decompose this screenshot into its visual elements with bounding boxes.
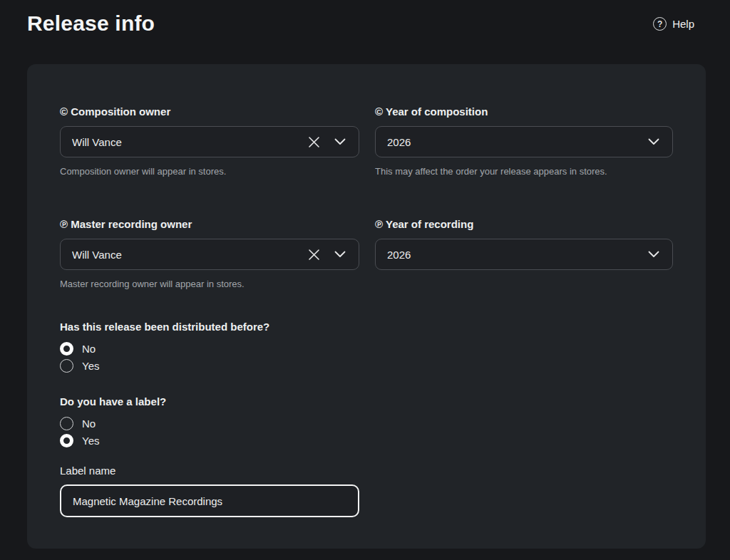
master-recording-owner-clear-button[interactable] (301, 239, 327, 269)
master-recording-owner-combobox[interactable] (60, 239, 359, 270)
have-label-radio-no[interactable]: No (60, 415, 673, 432)
x-icon[interactable] (308, 136, 320, 148)
field-year-of-composition: © Year of composition This may affect th… (375, 105, 673, 177)
year-of-recording-select[interactable] (375, 239, 673, 270)
form-row-recording: ℗ Master recording owner Master recordin… (60, 218, 673, 289)
question-distributed-before: Has this release been distributed before… (60, 321, 673, 374)
radio-label[interactable]: Yes (82, 435, 99, 447)
composition-owner-dropdown-button[interactable] (327, 127, 359, 157)
radio-label[interactable]: No (82, 343, 96, 355)
radio-icon[interactable] (60, 417, 73, 430)
distributed-before-radio-no[interactable]: No (60, 340, 673, 357)
master-recording-owner-input[interactable] (61, 239, 301, 269)
master-recording-owner-dropdown-button[interactable] (327, 239, 359, 269)
year-of-composition-select[interactable] (375, 126, 673, 157)
have-label-label: Do you have a label? (60, 395, 673, 408)
radio-icon[interactable] (60, 342, 73, 356)
have-label-radio-yes[interactable]: Yes (60, 432, 673, 449)
field-composition-owner: © Composition owner Composition owner wi… (60, 105, 359, 177)
help-button[interactable]: ? Help (653, 17, 694, 31)
master-recording-owner-helper: Master recording owner will appear in st… (60, 279, 359, 289)
chevron-down-icon[interactable] (334, 251, 346, 258)
x-icon[interactable] (308, 249, 320, 261)
radio-icon[interactable] (60, 434, 73, 447)
page-header: Release info ? Help (0, 0, 730, 38)
radio-label[interactable]: Yes (82, 360, 99, 372)
page-title: Release info (27, 11, 694, 36)
question-have-label: Do you have a label? No Yes (60, 395, 673, 449)
label-name-label: Label name (60, 465, 673, 477)
field-year-of-recording: ℗ Year of recording (375, 218, 673, 289)
help-button-label[interactable]: Help (672, 18, 694, 30)
composition-owner-input[interactable] (61, 127, 301, 157)
composition-owner-combobox[interactable] (60, 126, 359, 157)
year-of-recording-dropdown-button[interactable] (641, 239, 672, 269)
distributed-before-radio-yes[interactable]: Yes (60, 357, 673, 374)
year-of-recording-label: ℗ Year of recording (375, 218, 673, 230)
release-info-card: © Composition owner Composition owner wi… (27, 64, 706, 549)
composition-owner-label: © Composition owner (60, 105, 359, 118)
year-of-recording-value[interactable] (376, 239, 641, 269)
year-of-composition-dropdown-button[interactable] (641, 127, 672, 157)
form-row-composition: © Composition owner Composition owner wi… (60, 105, 673, 177)
field-label-name: Label name (60, 465, 673, 517)
radio-icon[interactable] (60, 359, 73, 373)
composition-owner-helper: Composition owner will appear in stores. (60, 166, 359, 177)
chevron-down-icon[interactable] (334, 138, 346, 145)
distributed-before-label: Has this release been distributed before… (60, 321, 673, 333)
field-master-recording-owner: ℗ Master recording owner Master recordin… (60, 218, 359, 289)
year-of-composition-helper: This may affect the order your release a… (375, 166, 673, 177)
question-circle-icon[interactable]: ? (653, 17, 667, 31)
chevron-down-icon[interactable] (648, 138, 659, 145)
chevron-down-icon[interactable] (648, 251, 659, 258)
year-of-composition-label: © Year of composition (375, 105, 673, 118)
composition-owner-clear-button[interactable] (301, 127, 327, 157)
radio-label[interactable]: No (82, 418, 96, 430)
label-name-input[interactable] (60, 484, 359, 517)
master-recording-owner-label: ℗ Master recording owner (60, 218, 359, 230)
year-of-composition-value[interactable] (376, 127, 641, 157)
